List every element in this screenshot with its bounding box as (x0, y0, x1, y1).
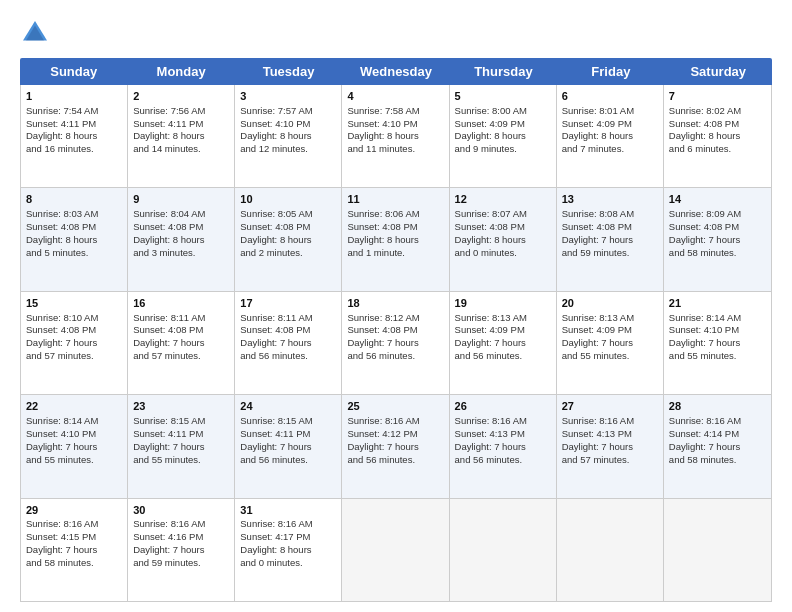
day-number: 6 (562, 89, 658, 104)
day-of-week-saturday: Saturday (665, 58, 772, 85)
day-info-line: Daylight: 7 hours (133, 337, 229, 350)
empty-cell (342, 499, 449, 601)
day-info-line: and 57 minutes. (133, 350, 229, 363)
day-number: 18 (347, 296, 443, 311)
day-info-line: and 16 minutes. (26, 143, 122, 156)
day-info-line: Sunrise: 8:16 AM (562, 415, 658, 428)
day-info-line: Sunrise: 8:11 AM (240, 312, 336, 325)
day-number: 22 (26, 399, 122, 414)
day-info-line: Sunset: 4:11 PM (26, 118, 122, 131)
day-info-line: and 0 minutes. (455, 247, 551, 260)
calendar-cell-22: 22Sunrise: 8:14 AMSunset: 4:10 PMDayligh… (21, 395, 128, 497)
day-info-line: Sunset: 4:08 PM (562, 221, 658, 234)
day-info-line: Sunset: 4:15 PM (26, 531, 122, 544)
day-info-line: Sunrise: 7:57 AM (240, 105, 336, 118)
calendar-cell-20: 20Sunrise: 8:13 AMSunset: 4:09 PMDayligh… (557, 292, 664, 394)
calendar-cell-15: 15Sunrise: 8:10 AMSunset: 4:08 PMDayligh… (21, 292, 128, 394)
calendar-row: 1Sunrise: 7:54 AMSunset: 4:11 PMDaylight… (21, 85, 771, 188)
day-info-line: Sunset: 4:09 PM (562, 324, 658, 337)
day-info-line: Sunset: 4:09 PM (455, 118, 551, 131)
day-info-line: Sunset: 4:13 PM (562, 428, 658, 441)
day-info-line: Sunrise: 8:00 AM (455, 105, 551, 118)
day-of-week-thursday: Thursday (450, 58, 557, 85)
day-info-line: Sunrise: 7:58 AM (347, 105, 443, 118)
calendar-cell-18: 18Sunrise: 8:12 AMSunset: 4:08 PMDayligh… (342, 292, 449, 394)
day-info-line: Daylight: 7 hours (562, 441, 658, 454)
calendar-cell-12: 12Sunrise: 8:07 AMSunset: 4:08 PMDayligh… (450, 188, 557, 290)
day-info-line: Sunset: 4:08 PM (133, 324, 229, 337)
day-info-line: Sunset: 4:08 PM (26, 324, 122, 337)
calendar-cell-19: 19Sunrise: 8:13 AMSunset: 4:09 PMDayligh… (450, 292, 557, 394)
day-number: 25 (347, 399, 443, 414)
day-number: 14 (669, 192, 766, 207)
day-info-line: Sunrise: 8:16 AM (455, 415, 551, 428)
calendar-cell-28: 28Sunrise: 8:16 AMSunset: 4:14 PMDayligh… (664, 395, 771, 497)
day-number: 30 (133, 503, 229, 518)
day-number: 21 (669, 296, 766, 311)
day-info-line: Sunrise: 8:15 AM (133, 415, 229, 428)
empty-cell (557, 499, 664, 601)
calendar-cell-16: 16Sunrise: 8:11 AMSunset: 4:08 PMDayligh… (128, 292, 235, 394)
page: SundayMondayTuesdayWednesdayThursdayFrid… (0, 0, 792, 612)
day-info-line: Sunset: 4:10 PM (240, 118, 336, 131)
calendar-row: 22Sunrise: 8:14 AMSunset: 4:10 PMDayligh… (21, 395, 771, 498)
day-info-line: and 57 minutes. (562, 454, 658, 467)
day-info-line: Daylight: 7 hours (669, 234, 766, 247)
day-info-line: Daylight: 7 hours (455, 337, 551, 350)
day-info-line: Sunrise: 8:16 AM (26, 518, 122, 531)
calendar-cell-14: 14Sunrise: 8:09 AMSunset: 4:08 PMDayligh… (664, 188, 771, 290)
day-info-line: and 58 minutes. (669, 247, 766, 260)
day-info-line: Daylight: 8 hours (455, 234, 551, 247)
day-info-line: Daylight: 8 hours (240, 130, 336, 143)
day-info-line: Sunset: 4:08 PM (26, 221, 122, 234)
day-info-line: Daylight: 7 hours (133, 441, 229, 454)
day-info-line: Sunrise: 8:14 AM (26, 415, 122, 428)
day-info-line: Sunrise: 8:07 AM (455, 208, 551, 221)
day-info-line: Sunrise: 8:16 AM (669, 415, 766, 428)
day-info-line: Daylight: 7 hours (347, 337, 443, 350)
day-info-line: and 12 minutes. (240, 143, 336, 156)
day-info-line: and 56 minutes. (347, 350, 443, 363)
day-info-line: Daylight: 7 hours (240, 441, 336, 454)
day-number: 29 (26, 503, 122, 518)
day-info-line: Sunset: 4:08 PM (240, 221, 336, 234)
calendar-header: SundayMondayTuesdayWednesdayThursdayFrid… (20, 58, 772, 85)
day-number: 10 (240, 192, 336, 207)
calendar-cell-24: 24Sunrise: 8:15 AMSunset: 4:11 PMDayligh… (235, 395, 342, 497)
day-info-line: Sunrise: 8:08 AM (562, 208, 658, 221)
day-number: 26 (455, 399, 551, 414)
day-info-line: Daylight: 7 hours (26, 544, 122, 557)
day-number: 28 (669, 399, 766, 414)
day-info-line: Sunrise: 8:15 AM (240, 415, 336, 428)
day-number: 24 (240, 399, 336, 414)
day-info-line: Sunset: 4:16 PM (133, 531, 229, 544)
day-info-line: Daylight: 7 hours (669, 441, 766, 454)
day-number: 3 (240, 89, 336, 104)
day-info-line: and 9 minutes. (455, 143, 551, 156)
calendar-cell-31: 31Sunrise: 8:16 AMSunset: 4:17 PMDayligh… (235, 499, 342, 601)
day-info-line: Daylight: 7 hours (347, 441, 443, 454)
day-number: 31 (240, 503, 336, 518)
calendar-cell-21: 21Sunrise: 8:14 AMSunset: 4:10 PMDayligh… (664, 292, 771, 394)
calendar-cell-5: 5Sunrise: 8:00 AMSunset: 4:09 PMDaylight… (450, 85, 557, 187)
day-info-line: Daylight: 7 hours (562, 337, 658, 350)
day-info-line: Sunrise: 7:56 AM (133, 105, 229, 118)
day-info-line: Daylight: 8 hours (133, 234, 229, 247)
day-number: 23 (133, 399, 229, 414)
day-of-week-wednesday: Wednesday (342, 58, 449, 85)
day-info-line: Sunset: 4:10 PM (26, 428, 122, 441)
day-number: 11 (347, 192, 443, 207)
empty-cell (450, 499, 557, 601)
day-info-line: Daylight: 7 hours (240, 337, 336, 350)
day-info-line: Daylight: 8 hours (347, 234, 443, 247)
day-info-line: and 59 minutes. (562, 247, 658, 260)
calendar-cell-17: 17Sunrise: 8:11 AMSunset: 4:08 PMDayligh… (235, 292, 342, 394)
day-number: 13 (562, 192, 658, 207)
day-info-line: Sunset: 4:14 PM (669, 428, 766, 441)
day-info-line: and 56 minutes. (240, 350, 336, 363)
day-info-line: and 59 minutes. (133, 557, 229, 570)
day-info-line: Daylight: 7 hours (26, 441, 122, 454)
day-info-line: Daylight: 8 hours (669, 130, 766, 143)
day-info-line: Sunset: 4:09 PM (562, 118, 658, 131)
calendar-cell-2: 2Sunrise: 7:56 AMSunset: 4:11 PMDaylight… (128, 85, 235, 187)
